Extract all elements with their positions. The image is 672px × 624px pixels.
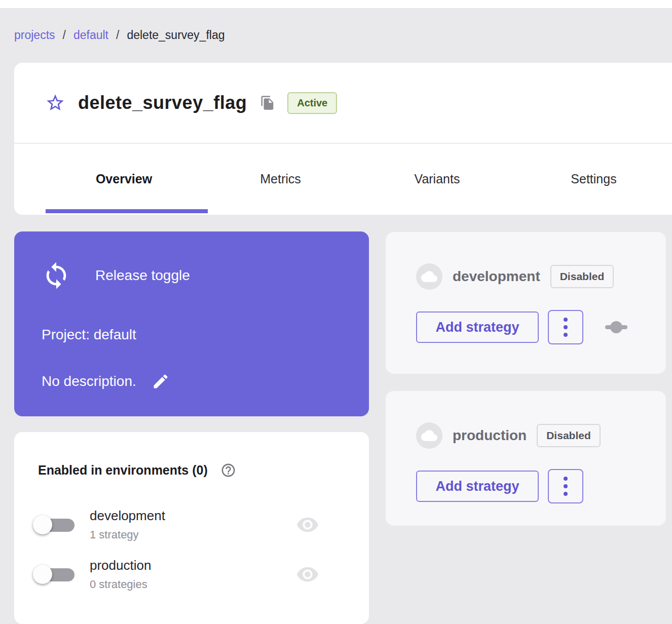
flag-type-label: Release toggle <box>95 267 190 284</box>
tab-variants[interactable]: Variants <box>359 144 515 214</box>
breadcrumb-current: delete_survey_flag <box>127 28 225 42</box>
environment-switch-icon[interactable] <box>605 320 628 334</box>
active-tab-indicator <box>46 209 208 213</box>
environment-name: production <box>90 558 151 573</box>
tab-settings[interactable]: Settings <box>515 144 672 214</box>
toggle-thumb <box>33 565 52 584</box>
panel-actions: Add strategy <box>416 310 636 344</box>
switch-track-icon <box>605 320 628 334</box>
breadcrumb: projects / default / delete_survey_flag <box>14 28 225 42</box>
breadcrumb-default[interactable]: default <box>73 28 108 42</box>
kebab-dot <box>564 492 568 496</box>
pencil-icon <box>152 372 170 391</box>
environment-labels: production 0 strategies <box>90 558 151 591</box>
environment-toggle-list: development 1 strategy production 0 stra… <box>38 508 345 591</box>
breadcrumb-projects[interactable]: projects <box>14 28 55 42</box>
cloud-icon <box>421 427 437 444</box>
help-button[interactable] <box>220 461 237 479</box>
kebab-dot <box>564 477 568 481</box>
environment-panel-name: development <box>453 268 540 285</box>
kebab-dot <box>564 325 568 329</box>
flag-info-card: Release toggle Project: default No descr… <box>14 231 369 416</box>
environment-status-badge: Disabled <box>537 424 601 447</box>
panel-header: development Disabled <box>416 263 636 290</box>
tab-overview[interactable]: Overview <box>46 144 202 214</box>
flag-title-row: delete_survey_flag Active <box>14 63 672 144</box>
strategy-count: 0 strategies <box>90 578 151 591</box>
environment-labels: development 1 strategy <box>90 508 165 541</box>
panel-actions: Add strategy <box>416 469 636 503</box>
cloud-icon <box>421 268 437 285</box>
enabled-environments-title: Enabled in environments (0) <box>38 463 208 478</box>
breadcrumb-separator: / <box>116 28 119 42</box>
visibility-button[interactable] <box>295 513 320 537</box>
flag-description: No description. <box>42 373 136 389</box>
star-icon <box>45 93 65 113</box>
kebab-dot <box>564 318 568 322</box>
kebab-dot <box>564 484 568 488</box>
breadcrumb-separator: / <box>63 28 66 42</box>
help-icon <box>220 462 236 478</box>
environment-row-production: production 0 strategies <box>32 558 345 591</box>
add-strategy-button[interactable]: Add strategy <box>416 311 539 343</box>
production-toggle[interactable] <box>32 561 79 588</box>
environment-row-development: development 1 strategy <box>32 508 345 541</box>
environment-name: development <box>90 508 165 524</box>
copy-icon <box>260 95 275 110</box>
toggle-thumb <box>33 515 52 534</box>
more-actions-button[interactable] <box>548 469 583 503</box>
more-actions-button[interactable] <box>548 310 583 344</box>
top-bar <box>0 0 672 9</box>
environment-avatar <box>416 263 442 290</box>
page-title: delete_survey_flag <box>78 92 247 113</box>
flag-header-card: delete_survey_flag Active Overview Metri… <box>14 63 672 215</box>
environment-panel-name: production <box>453 427 527 444</box>
flag-project-label: Project: default <box>42 327 342 343</box>
kebab-dot <box>564 333 568 337</box>
enabled-environments-header: Enabled in environments (0) <box>38 461 345 479</box>
environment-panel-development: development Disabled Add strategy <box>386 232 666 374</box>
add-strategy-button[interactable]: Add strategy <box>416 471 539 502</box>
environment-status-badge: Disabled <box>550 265 614 288</box>
copy-name-button[interactable] <box>259 94 276 111</box>
eye-icon <box>296 513 319 536</box>
loop-arrows-icon <box>42 261 71 290</box>
tab-metrics[interactable]: Metrics <box>202 144 359 214</box>
environment-avatar <box>416 422 442 449</box>
tab-bar: Overview Metrics Variants Settings <box>46 144 672 214</box>
flag-type-row: Release toggle <box>42 261 342 290</box>
eye-icon <box>296 563 319 586</box>
status-badge: Active <box>287 92 337 114</box>
environment-panel-production: production Disabled Add strategy <box>386 391 666 526</box>
favorite-button[interactable] <box>45 92 66 113</box>
flag-description-row: No description. <box>42 371 342 392</box>
development-toggle[interactable] <box>32 512 79 538</box>
enabled-environments-card: Enabled in environments (0) development … <box>14 432 369 624</box>
edit-description-button[interactable] <box>151 371 171 392</box>
strategy-count: 1 strategy <box>90 528 165 541</box>
visibility-button[interactable] <box>295 562 320 587</box>
panel-header: production Disabled <box>416 422 636 449</box>
